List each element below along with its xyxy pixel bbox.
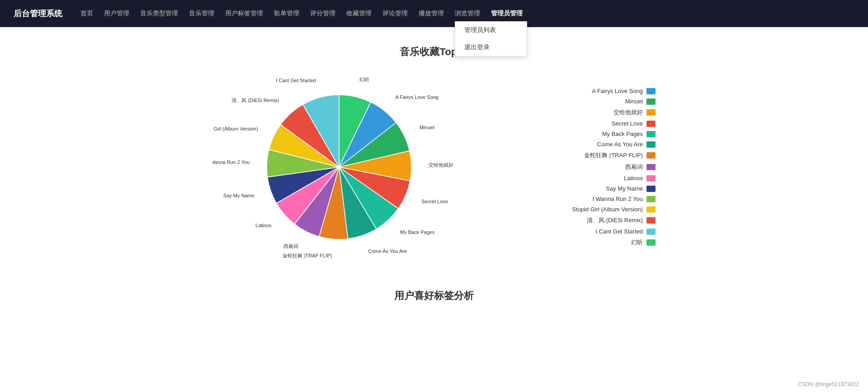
pie-chart: 幻听A Fairys Love SongMinuet交给他就好Secret Lo… [212,72,529,262]
legend-label: I Wanna Run 2 You [592,196,643,202]
legend-label: Say My Name [606,185,643,192]
svg-text:清、风 (DiESi Remix): 清、风 (DiESi Remix) [231,98,279,103]
nav-collection[interactable]: 收藏管理 [342,6,376,21]
legend-color-box [646,131,656,137]
nav-music-type[interactable]: 音乐类型管理 [136,6,183,21]
nav-user-tag[interactable]: 用户标签管理 [221,6,268,21]
legend-item: I Wanna Run 2 You [556,196,656,202]
nav-user[interactable]: 用户管理 [99,6,134,21]
legend-label: Stupid Girl (Album Version) [572,206,643,213]
legend-color-box [646,206,656,213]
legend-item: 幻听 [556,238,656,247]
svg-text:Stupid Girl (Album Version): Stupid Girl (Album Version) [212,126,258,131]
legend-item: I Cant Get Started [556,228,656,235]
svg-text:金蛇狂舞 (TRAP FLIP): 金蛇狂舞 (TRAP FLIP) [283,253,332,258]
nav-menu: 首页 用户管理 音乐类型管理 音乐管理 用户标签管理 歌单管理 评分管理 收藏管… [76,6,854,21]
svg-text:Latinos: Latinos [255,223,272,228]
legend-color-box [646,88,656,94]
svg-text:Say My Name: Say My Name [223,193,255,198]
legend-label: Secret Love [612,120,643,127]
legend-item: 清、风 (DiESi Remix) [556,216,656,224]
legend-item: My Back Pages [556,131,656,137]
chart1-wrapper: 幻听A Fairys Love SongMinuet交给他就好Secret Lo… [18,72,850,262]
svg-text:Minuet: Minuet [420,125,434,130]
legend-item: Latinos [556,175,656,182]
legend-color-box [646,164,656,170]
legend-item: 西厢词 [556,163,656,171]
dropdown-logout[interactable]: 退出登录 [455,39,527,56]
admin-dropdown-menu: 管理员列表 退出登录 [455,21,527,56]
legend-label: 交给他就好 [613,108,643,117]
legend-item: Stupid Girl (Album Version) [556,206,656,213]
svg-text:I Wanna Run 2 You: I Wanna Run 2 You [212,159,250,165]
brand-label: 后台管理系统 [14,8,62,19]
legend-label: I Cant Get Started [595,228,643,235]
legend-color-box [646,175,656,182]
svg-text:交给他就好: 交给他就好 [429,162,453,168]
legend-label: 幻听 [631,238,643,247]
legend-color-box [646,109,656,116]
legend-item: Say My Name [556,185,656,192]
svg-text:My Back Pages: My Back Pages [400,229,435,235]
legend-label: 清、风 (DiESi Remix) [587,216,643,224]
legend-label: Latinos [624,175,643,182]
legend-item: A Fairys Love Song [556,88,656,94]
main-content: 音乐收藏Top15 幻听A Fairys Love SongMinuet交给他就… [0,27,868,312]
nav-playlist[interactable]: 歌单管理 [269,6,304,21]
legend-color-box [646,217,656,224]
nav-play[interactable]: 播放管理 [414,6,448,21]
legend-color-box [646,229,656,235]
nav-rating[interactable]: 评分管理 [306,6,340,21]
legend-color-box [646,152,656,159]
legend-color-box [646,239,656,246]
legend-item: Minuet [556,98,656,105]
svg-text:西厢词: 西厢词 [283,243,298,249]
legend: A Fairys Love SongMinuet交给他就好Secret Love… [556,88,656,247]
chart1-title: 音乐收藏Top15 [18,45,850,59]
svg-text:Come As You Are: Come As You Are [368,248,407,254]
chart2-title: 用户喜好标签分析 [18,289,850,303]
svg-text:A Fairys Love Song: A Fairys Love Song [396,94,439,100]
legend-color-box [646,196,656,202]
footer-note: CSDN @linge511873822 [798,381,859,387]
dropdown-admin-list[interactable]: 管理员列表 [455,22,527,39]
legend-label: Minuet [625,98,643,105]
chart1-section: 音乐收藏Top15 幻听A Fairys Love SongMinuet交给他就… [18,45,850,262]
nav-home[interactable]: 首页 [76,6,98,21]
legend-item: 金蛇狂舞 (TRAP FLIP) [556,151,656,159]
legend-label: 金蛇狂舞 (TRAP FLIP) [584,151,643,159]
legend-color-box [646,121,656,127]
navbar: 后台管理系统 首页 用户管理 音乐类型管理 音乐管理 用户标签管理 歌单管理 评… [0,0,868,27]
nav-comment[interactable]: 评论管理 [378,6,412,21]
legend-color-box [646,186,656,192]
svg-text:幻听: 幻听 [359,77,369,82]
legend-label: Come As You Are [597,141,643,148]
nav-music[interactable]: 音乐管理 [184,6,219,21]
legend-item: 交给他就好 [556,108,656,117]
legend-item: Come As You Are [556,141,656,148]
nav-browse[interactable]: 浏览管理 [450,6,485,21]
nav-admin-dropdown[interactable]: 管理员管理 管理员列表 退出登录 [486,6,527,21]
legend-label: A Fairys Love Song [592,88,643,94]
legend-color-box [646,141,656,148]
svg-text:Secret Love: Secret Love [421,199,448,204]
legend-color-box [646,98,656,105]
svg-text:I Cant Get Started: I Cant Get Started [276,78,316,83]
legend-label: 西厢词 [625,163,643,171]
legend-item: Secret Love [556,120,656,127]
legend-label: My Back Pages [602,131,643,137]
